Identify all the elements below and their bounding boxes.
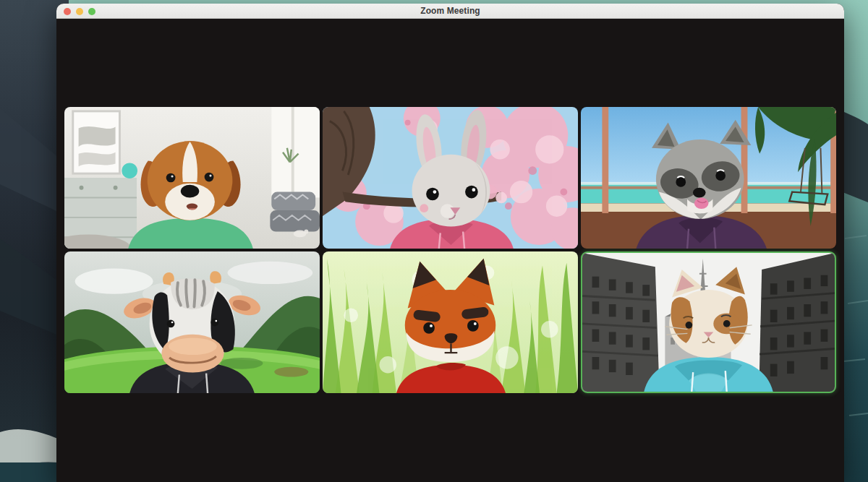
video-grid [64, 107, 836, 393]
video-tile-dog[interactable] [64, 107, 320, 249]
video-feed-raccoon [581, 107, 836, 249]
video-feed-fox [323, 251, 578, 393]
traffic-lights [64, 4, 95, 19]
video-tile-cat[interactable] [581, 251, 836, 393]
video-feed-dog [64, 107, 320, 249]
close-button[interactable] [64, 8, 71, 15]
minimize-button[interactable] [76, 8, 83, 15]
window-title: Zoom Meeting [56, 4, 844, 19]
zoom-meeting-window: Zoom Meeting [56, 4, 844, 482]
meeting-content [56, 19, 844, 482]
zoom-button[interactable] [88, 8, 95, 15]
video-feed-cow [64, 251, 320, 393]
video-tile-fox[interactable] [323, 251, 578, 393]
video-tile-rabbit[interactable] [323, 107, 578, 249]
video-tile-raccoon[interactable] [581, 107, 836, 249]
video-tile-cow[interactable] [64, 251, 320, 393]
video-feed-rabbit [323, 107, 578, 249]
video-feed-cat [582, 253, 835, 392]
window-titlebar[interactable]: Zoom Meeting [56, 4, 844, 19]
desktop: Zoom Meeting [0, 0, 868, 482]
